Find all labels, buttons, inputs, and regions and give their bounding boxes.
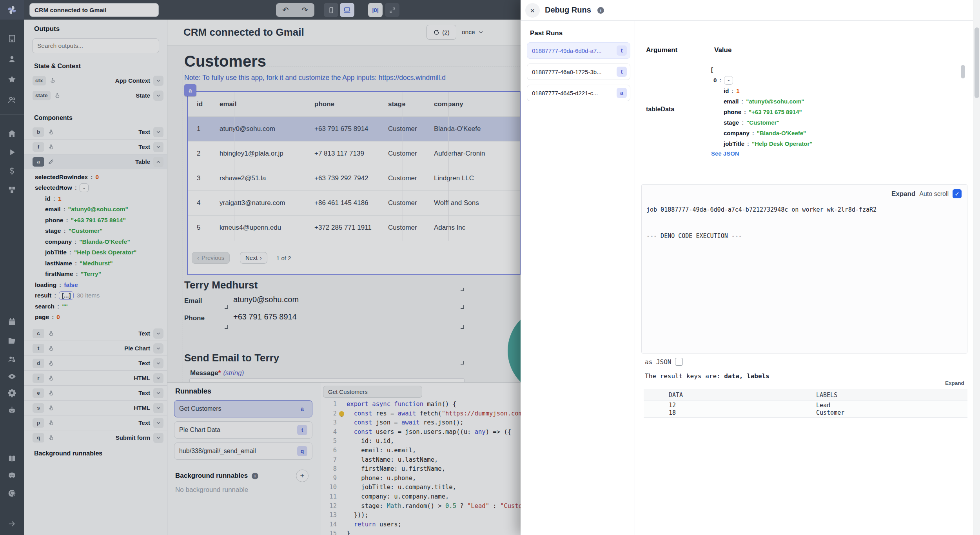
star-icon[interactable] — [7, 74, 17, 84]
chevron-down-icon[interactable] — [153, 358, 163, 368]
chevron-down-icon[interactable] — [153, 91, 163, 101]
folder-icon[interactable] — [7, 336, 17, 345]
chevron-down-icon[interactable] — [153, 127, 163, 137]
editor-tab[interactable]: Get Customers — [323, 386, 422, 398]
collapse-toggle-button[interactable]: - — [80, 183, 89, 192]
chevron-down-icon[interactable] — [153, 328, 163, 339]
play-icon[interactable] — [7, 147, 17, 157]
chevron-down-icon[interactable] — [153, 343, 163, 354]
output-row-s[interactable]: sHTML — [24, 401, 167, 415]
table-header-row: idemailphonestagecompany — [188, 92, 520, 117]
alignment-icon[interactable]: |0| — [368, 3, 383, 17]
runnable-item[interactable]: hub/338/gmail/_send_emailq — [174, 443, 312, 460]
chevron-down-icon[interactable] — [153, 373, 163, 383]
as-json-checkbox[interactable] — [675, 358, 683, 366]
past-run-item[interactable]: 01887777-46a0-1725-3b...t — [527, 63, 630, 80]
table-row[interactable]: 1atuny0@sohu.com+63 791 675 8914Customer… — [188, 117, 520, 141]
eye-icon[interactable] — [7, 372, 17, 381]
state-context-list: ctxApp ContextstateState — [24, 73, 167, 103]
user-icon[interactable] — [7, 54, 17, 63]
json-scrollbar[interactable] — [961, 65, 965, 78]
log-expand-button[interactable]: Expand — [891, 190, 915, 198]
schedule-dropdown[interactable]: once — [462, 25, 484, 40]
output-row-a[interactable]: aTable — [24, 154, 167, 169]
dollar-icon[interactable] — [7, 166, 17, 176]
gear-icon[interactable] — [7, 388, 17, 397]
drawer-scrollbar[interactable] — [973, 0, 980, 535]
mobile-preview-icon[interactable] — [324, 3, 338, 17]
lightbulb-icon[interactable] — [339, 411, 344, 416]
runnable-item[interactable]: Pie Chart Datat — [174, 421, 312, 439]
github-icon[interactable] — [7, 488, 17, 498]
as-json-label: as JSON — [645, 358, 671, 366]
home-icon[interactable] — [7, 129, 17, 138]
past-run-item[interactable]: 01887777-49da-6d0d-a7...t — [527, 42, 630, 59]
expand-array-button[interactable]: [...] — [59, 291, 73, 300]
argument-header: Argument — [646, 46, 677, 54]
book-icon[interactable] — [7, 454, 17, 463]
hand-pointer-icon — [48, 375, 54, 381]
message-input[interactable] — [189, 378, 465, 382]
calendar-icon[interactable] — [7, 317, 17, 326]
component-key-badge: c — [33, 329, 44, 338]
state-entry: result:[...]30 items — [24, 290, 167, 301]
output-row-c[interactable]: cText — [24, 326, 167, 341]
args-divider — [641, 59, 967, 59]
table-row[interactable]: 2hbingley1@plala.or.jp+7 813 117 7139Cus… — [188, 141, 520, 166]
refresh-button[interactable]: (2) — [426, 25, 456, 40]
collapse-toggle-button[interactable]: - — [724, 76, 733, 85]
runnable-item[interactable]: Get Customersa — [174, 400, 312, 417]
table-component-badge[interactable]: a — [184, 84, 196, 96]
collapse-sidebar-icon[interactable] — [7, 519, 17, 528]
output-row-state[interactable]: stateState — [24, 88, 167, 103]
chevron-down-icon[interactable] — [153, 142, 163, 152]
output-row-ctx[interactable]: ctxApp Context — [24, 73, 167, 88]
windmill-logo[interactable] — [0, 0, 24, 20]
run-key-badge: t — [617, 67, 627, 77]
expand-icon[interactable] — [385, 3, 399, 17]
output-row-d[interactable]: dText — [24, 356, 167, 371]
chevron-up-icon[interactable] — [153, 157, 163, 167]
chevron-down-icon[interactable] — [153, 388, 163, 398]
table-row[interactable]: 4yraigatt3@nature.com+86 461 145 4186Cus… — [188, 191, 520, 216]
redo-icon[interactable]: ↷ — [295, 3, 314, 17]
chevron-down-icon[interactable] — [153, 418, 163, 428]
close-icon[interactable]: × — [525, 3, 540, 18]
past-run-item[interactable]: 01887777-4645-d221-c...a — [527, 85, 630, 101]
chevron-down-icon[interactable] — [153, 433, 163, 443]
output-row-p[interactable]: pText — [24, 415, 167, 430]
previous-page-button[interactable]: ‹Previous — [192, 252, 230, 264]
table-row[interactable]: 5kmeus4@upenn.edu+372 285 771 1911Custom… — [188, 216, 520, 240]
discord-icon[interactable] — [7, 470, 17, 480]
building-icon[interactable] — [7, 34, 17, 43]
boxes-icon[interactable] — [7, 185, 17, 194]
users-icon[interactable] — [7, 95, 17, 104]
next-page-button[interactable]: Next› — [240, 252, 267, 264]
robot-icon[interactable] — [7, 405, 17, 415]
see-json-link[interactable]: See JSON — [711, 150, 739, 157]
line-number: 6 — [321, 446, 337, 455]
output-row-e[interactable]: eText — [24, 386, 167, 401]
output-row-f[interactable]: fText — [24, 140, 167, 154]
chevron-down-icon[interactable] — [153, 403, 163, 413]
search-outputs-input[interactable] — [32, 38, 159, 53]
autoscroll-checkbox[interactable]: ✓ — [953, 189, 962, 198]
output-row-b[interactable]: bText — [24, 125, 167, 140]
state-entry: selectedRowIndex:0 — [24, 172, 167, 183]
code-editor[interactable]: Get Customers 1export async function mai… — [321, 383, 521, 535]
result-expand-button[interactable]: Expand — [945, 380, 964, 386]
add-background-runnable-button[interactable]: + — [296, 470, 309, 482]
undo-icon[interactable]: ↶ — [276, 3, 295, 17]
user-group-gear-icon[interactable] — [7, 354, 17, 364]
component-type-label: HTML — [134, 375, 150, 381]
component-key-badge: f — [33, 142, 44, 152]
app-title-input[interactable] — [29, 3, 159, 17]
output-row-q[interactable]: qSubmit form — [24, 430, 167, 445]
required-mark: * — [218, 369, 221, 377]
desktop-preview-icon[interactable] — [340, 3, 354, 17]
output-row-t[interactable]: tPie Chart — [24, 341, 167, 356]
table-row[interactable]: 3rshawe2@51.la+63 739 292 7942CustomerLi… — [188, 166, 520, 191]
chevron-down-icon[interactable] — [153, 76, 163, 86]
main-sidebar — [0, 0, 24, 535]
output-row-r[interactable]: rHTML — [24, 371, 167, 386]
